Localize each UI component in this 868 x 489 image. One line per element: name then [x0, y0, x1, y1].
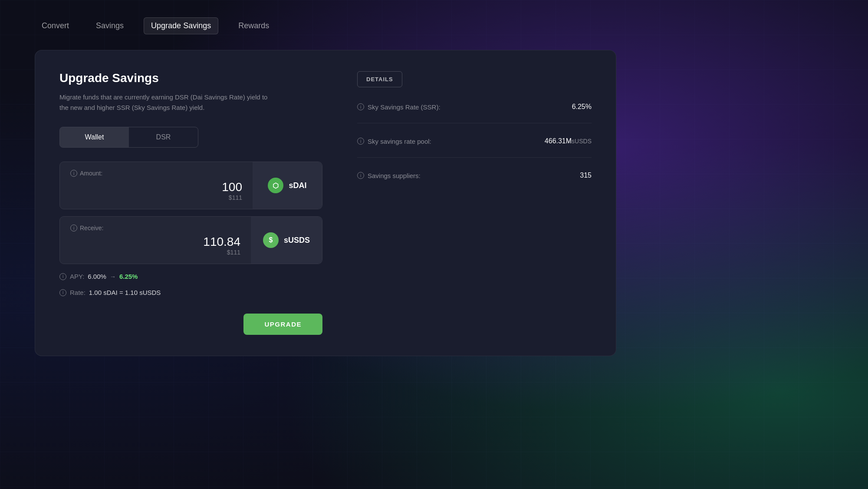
right-panel: DETAILS i Sky Savings Rate (SSR): 6.25% … [357, 71, 592, 335]
upgrade-button[interactable]: UPGRADE [243, 314, 322, 335]
amount-row: i Amount: 100 $111 ⬡ sDAI [59, 162, 322, 209]
amount-token-name: sDAI [289, 181, 306, 190]
details-button[interactable]: DETAILS [357, 71, 402, 87]
apy-row: i APY: 6.00% → 6.25% [59, 273, 322, 280]
nav-savings[interactable]: Savings [89, 18, 131, 34]
tab-dsr[interactable]: DSR [129, 127, 198, 147]
amount-usd: $111 [229, 194, 242, 201]
apy-info-icon[interactable]: i [59, 273, 66, 280]
apy-label: APY: [70, 273, 84, 280]
suppliers-value: 315 [580, 172, 592, 179]
ssr-label: Sky Savings Rate (SSR): [368, 103, 441, 111]
page-title: Upgrade Savings [59, 71, 322, 85]
nav-convert[interactable]: Convert [35, 18, 76, 34]
apy-to: 6.25% [119, 273, 138, 280]
tab-toggle: Wallet DSR [59, 127, 198, 148]
rate-label: Rate: [70, 289, 85, 296]
suppliers-label: Savings suppliers: [368, 172, 421, 179]
amount-token: ⬡ sDAI [253, 162, 322, 209]
ssr-value: 6.25% [572, 103, 592, 111]
ssr-info-icon[interactable]: i [357, 103, 364, 110]
page-description: Migrate funds that are currently earning… [59, 92, 276, 113]
nav-rewards[interactable]: Rewards [231, 18, 276, 34]
nav-upgrade-savings[interactable]: Upgrade Savings [144, 17, 218, 34]
pool-info-icon[interactable]: i [357, 138, 364, 145]
tab-wallet[interactable]: Wallet [60, 127, 129, 147]
amount-value: 100 [222, 180, 242, 194]
receive-value: 110.84 [203, 235, 240, 249]
rate-info-icon[interactable]: i [59, 289, 66, 296]
rate-value: 1.00 sDAI = 1.10 sUSDS [89, 289, 161, 296]
amount-info-icon[interactable]: i [70, 170, 77, 177]
apy-from: 6.00% [88, 273, 106, 280]
sdai-icon: ⬡ [268, 178, 283, 193]
rate-row: i Rate: 1.00 sDAI = 1.10 sUSDS [59, 289, 322, 296]
apy-arrow: → [110, 273, 116, 280]
receive-label: Receive: [80, 225, 103, 231]
receive-info-icon[interactable]: i [70, 225, 77, 231]
left-panel: Upgrade Savings Migrate funds that are c… [59, 71, 322, 335]
stat-row-ssr: i Sky Savings Rate (SSR): 6.25% [357, 103, 592, 123]
receive-row: i Receive: 110.84 $111 $ sUSDS [59, 216, 322, 264]
main-card: Upgrade Savings Migrate funds that are c… [35, 50, 616, 356]
suppliers-info-icon[interactable]: i [357, 172, 364, 179]
amount-label: Amount: [80, 170, 102, 177]
susds-icon: $ [263, 232, 279, 248]
stats-list: i Sky Savings Rate (SSR): 6.25% i Sky sa… [357, 103, 592, 179]
receive-token: $ sUSDS [251, 217, 322, 264]
pool-value: 466.31MsUSDS [545, 137, 592, 145]
stat-row-suppliers: i Savings suppliers: 315 [357, 172, 592, 179]
receive-token-name: sUSDS [284, 236, 310, 245]
top-navigation: Convert Savings Upgrade Savings Rewards [35, 17, 276, 34]
receive-usd: $111 [227, 249, 240, 256]
pool-label: Sky savings rate pool: [368, 138, 431, 145]
stat-row-pool: i Sky savings rate pool: 466.31MsUSDS [357, 137, 592, 158]
